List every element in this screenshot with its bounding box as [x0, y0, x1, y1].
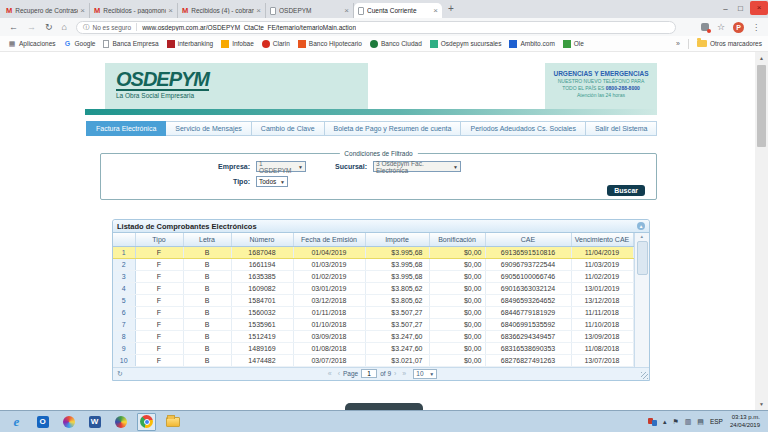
forward-icon[interactable]: → — [27, 22, 36, 32]
tray-icon[interactable]: ▥ — [685, 418, 692, 426]
fecha-emision-cell: 03/09/2018 — [293, 330, 365, 342]
info-icon[interactable]: ⓘ — [83, 23, 90, 32]
grid-row-7[interactable]: 7FB153596101/10/2018$3.507,27$0,00684069… — [113, 318, 633, 330]
browser-tab-3[interactable]: MRecibidos (4) - cobranzasemp× — [178, 3, 266, 18]
close-button[interactable]: × — [750, 1, 768, 15]
grid-row-3[interactable]: 3FB163538501/02/2019$3.995,68$0,00690561… — [113, 270, 633, 282]
language-indicator[interactable]: ESP — [710, 418, 723, 425]
tab-close-icon[interactable]: × — [344, 6, 349, 15]
outlook-taskbar-icon[interactable]: O — [33, 413, 52, 431]
bookmark-banco-hipotecario[interactable]: Banco Hipotecario — [298, 40, 362, 48]
last-page-icon[interactable]: » — [402, 370, 406, 377]
tab-close-icon[interactable]: × — [433, 6, 438, 15]
grid-row-4[interactable]: 4FB160908203/01/2019$3.805,62$0,00690163… — [113, 282, 633, 294]
scroll-down-icon[interactable]: ▼ — [755, 398, 768, 410]
browser-tab-4[interactable]: OSDEPYM× — [266, 3, 354, 18]
menu-kebab-icon[interactable]: ⋮ — [752, 23, 760, 32]
numero-cell: 1609082 — [231, 282, 293, 294]
browser-tab-5[interactable]: Cuenta Corriente× — [354, 3, 442, 18]
column-header-tipo[interactable]: Tipo — [135, 233, 183, 246]
tray-icon[interactable]: ⚑ — [672, 418, 678, 426]
collapse-panel-icon[interactable]: ▴ — [637, 222, 645, 230]
photo-app-taskbar-icon[interactable] — [111, 413, 130, 431]
bookmark-ole[interactable]: Ole — [563, 40, 584, 48]
page-number-input[interactable] — [361, 369, 377, 378]
back-icon[interactable]: ← — [9, 22, 18, 32]
letra-cell: B — [183, 330, 231, 342]
nav-tab-cambio-de-clave[interactable]: Cambio de Clave — [252, 121, 325, 136]
grid-scroll-thumb[interactable] — [637, 241, 648, 275]
other-bookmarks-label[interactable]: Otros marcadores — [710, 40, 762, 47]
grid-row-1[interactable]: 1FB168704801/04/2019$3.995,68$0,00691365… — [113, 246, 633, 258]
paint-icon — [63, 416, 75, 428]
extension-icon[interactable] — [701, 23, 709, 31]
nav-tab-factura-electr-nica[interactable]: Factura Electrónica — [86, 121, 166, 136]
page-size-select[interactable]: 10 ▼ — [413, 369, 437, 379]
word-taskbar-icon[interactable]: W — [85, 413, 104, 431]
nav-tab-servicio-de-mensajes[interactable]: Servicio de Mensajes — [166, 121, 252, 136]
column-header-importe[interactable]: Importe — [365, 233, 429, 246]
paint-taskbar-icon[interactable] — [59, 413, 78, 431]
bookmark-aplicaciones[interactable]: ▦Aplicaciones — [8, 40, 56, 48]
bookmark-google[interactable]: GGoogle — [64, 40, 96, 48]
clock[interactable]: 03:13 p.m. 24/04/2019 — [730, 414, 760, 429]
column-header-letra[interactable]: Letra — [183, 233, 231, 246]
file-explorer-taskbar-icon[interactable] — [163, 413, 182, 431]
grid-row-5[interactable]: 5FB158470103/12/2018$3.805,62$0,00684965… — [113, 294, 633, 306]
browser-tab-1[interactable]: MRecupero de Contraseña - cint× — [2, 3, 90, 18]
bookmark-banco-ciudad[interactable]: Banco Ciudad — [370, 40, 422, 48]
profile-avatar[interactable]: P — [733, 22, 744, 33]
next-page-icon[interactable]: › — [394, 370, 396, 377]
bookmark-infobae[interactable]: Infobae — [221, 40, 254, 48]
browser-tab-2[interactable]: MRecibidos - pagomonotributo@× — [90, 3, 178, 18]
nav-tab-salir-del-sistema[interactable]: Salir del Sistema — [586, 121, 658, 136]
grid-row-10[interactable]: 10FB147448203/07/2018$3.021,07$0,0068276… — [113, 354, 633, 366]
column-header-vencimiento-cae[interactable]: Vencimiento CAE — [571, 233, 633, 246]
nav-tab-periodos-adeudados-cs-sociales[interactable]: Periodos Adeudados Cs. Sociales — [461, 121, 585, 136]
grid-row-6[interactable]: 6FB156003201/11/2018$3.507,27$0,00684467… — [113, 306, 633, 318]
scroll-up-icon[interactable]: ▲ — [755, 52, 768, 64]
grid-resize-handle[interactable] — [641, 372, 648, 379]
first-page-icon[interactable]: « — [328, 370, 332, 377]
bookmark-ambito-com[interactable]: Ambito.com — [509, 40, 554, 48]
bookmark-clarin[interactable]: Clarin — [262, 40, 290, 48]
empresa-select[interactable]: 1 OSDEPYM ▼ — [256, 161, 306, 172]
column-header-fecha-de-emisi-n[interactable]: Fecha de Emisión — [293, 233, 365, 246]
letra-cell: B — [183, 294, 231, 306]
maximize-button[interactable]: □ — [733, 4, 748, 13]
buscar-button[interactable]: Buscar — [607, 185, 645, 196]
bookmark-banca-empresa[interactable]: Banca Empresa — [103, 40, 158, 48]
new-tab-button[interactable]: + — [448, 3, 454, 18]
refresh-icon[interactable]: ↻ — [117, 370, 123, 378]
grid-scrollbar[interactable]: ▴ — [634, 233, 650, 367]
tab-close-icon[interactable]: × — [256, 6, 261, 15]
grid-row-8[interactable]: 8FB151241903/09/2018$3.247,60$0,00683662… — [113, 330, 633, 342]
bookmark-star-icon[interactable]: ☆ — [717, 22, 725, 32]
nav-tab-boleta-de-pago-y-resumen-de-cuenta[interactable]: Boleta de Pago y Resumen de cuenta — [325, 121, 462, 136]
column-header-bonificaci-n[interactable]: Bonificación — [429, 233, 485, 246]
grid-row-2[interactable]: 2FB166119401/03/2019$3.995,68$0,00690967… — [113, 258, 633, 270]
prev-page-icon[interactable]: ‹ — [338, 370, 340, 377]
tray-icon[interactable]: ▤ — [697, 418, 704, 426]
column-header-cae[interactable]: CAE — [485, 233, 571, 246]
tipo-select[interactable]: Todos ▼ — [256, 176, 288, 187]
minimize-button[interactable]: – — [718, 4, 733, 13]
grid-row-9[interactable]: 9FB148916901/08/2018$3.247,60$0,00683165… — [113, 342, 633, 354]
bookmark-osdepym-sucursales[interactable]: Osdepym sucursales — [430, 40, 502, 48]
tab-close-icon[interactable]: × — [168, 6, 173, 15]
security-tray-icon[interactable] — [648, 418, 657, 426]
reload-icon[interactable]: ↻ — [45, 22, 53, 32]
internet-explorer-taskbar-icon[interactable]: e — [7, 413, 26, 431]
chrome-taskbar-icon[interactable] — [137, 413, 156, 431]
column-header-n-mero[interactable]: Número — [231, 233, 293, 246]
bookmarks-overflow-icon[interactable]: » — [676, 40, 680, 47]
tab-close-icon[interactable]: × — [80, 6, 85, 15]
sucursal-select[interactable]: 3 Osdepym Fac. Electrónica ▼ — [373, 161, 461, 172]
address-bar[interactable]: ⓘ No es seguro www.osdepym.com.ar/OSDEPY… — [76, 21, 676, 34]
scroll-up-icon[interactable]: ▴ — [635, 233, 650, 240]
show-hidden-icons[interactable]: ▴ — [663, 418, 667, 426]
page-scrollbar[interactable]: ▲ ▼ — [755, 52, 768, 410]
bookmark-interbanking[interactable]: interbanking — [167, 40, 213, 48]
home-icon[interactable]: ⌂ — [62, 22, 67, 32]
page-scroll-thumb[interactable] — [757, 65, 766, 147]
